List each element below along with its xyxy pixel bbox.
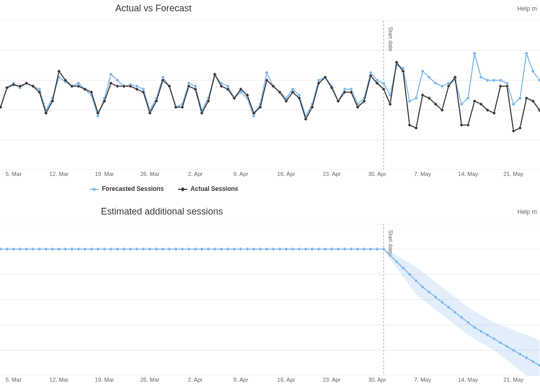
svg-point-170: [447, 306, 450, 309]
svg-point-125: [155, 247, 158, 251]
svg-point-88: [518, 97, 521, 100]
svg-point-153: [337, 247, 340, 251]
svg-point-184: [538, 364, 540, 367]
svg-point-145: [285, 247, 288, 251]
svg-point-83: [486, 79, 489, 82]
additional-sessions-chart[interactable]: Estimated additional sessions Help m Sta…: [0, 203, 540, 389]
svg-point-103: [12, 247, 15, 251]
svg-point-126: [161, 247, 164, 251]
svg-point-109: [51, 247, 54, 251]
svg-point-26: [116, 79, 119, 82]
svg-point-162: [395, 260, 398, 263]
svg-point-84: [493, 79, 496, 82]
svg-point-67: [382, 82, 385, 85]
svg-point-49: [265, 72, 268, 75]
svg-point-175: [479, 330, 482, 333]
svg-point-73: [421, 70, 424, 73]
svg-point-117: [103, 247, 106, 251]
legend-item[interactable]: Actual Sessions: [178, 185, 238, 192]
svg-point-89: [525, 52, 528, 55]
svg-point-148: [304, 247, 307, 251]
svg-point-131: [194, 247, 197, 251]
svg-point-90: [531, 70, 534, 73]
svg-point-87: [512, 102, 515, 105]
chart-title: Estimated additional sessions: [101, 206, 223, 217]
svg-point-171: [454, 311, 457, 314]
svg-point-174: [473, 326, 476, 329]
svg-point-172: [460, 316, 463, 319]
svg-point-106: [31, 247, 34, 251]
svg-point-105: [25, 247, 28, 251]
svg-point-123: [142, 247, 145, 251]
svg-text:Start date: Start date: [388, 230, 394, 255]
svg-point-149: [310, 247, 313, 251]
svg-point-140: [252, 247, 255, 251]
svg-point-113: [77, 247, 80, 251]
chart-plot-area[interactable]: Start date: [0, 224, 540, 376]
svg-point-144: [278, 247, 281, 251]
help-link[interactable]: Help m: [517, 5, 537, 12]
svg-point-169: [441, 300, 444, 304]
svg-point-167: [428, 291, 431, 294]
chart-legend[interactable]: Forecasted SessionsActual Sessions: [0, 185, 540, 192]
svg-point-81: [473, 52, 476, 55]
svg-point-151: [324, 247, 327, 251]
svg-point-80: [466, 97, 469, 100]
svg-point-164: [408, 273, 411, 276]
svg-point-108: [44, 247, 47, 251]
svg-point-157: [362, 247, 365, 251]
svg-point-142: [265, 247, 268, 251]
svg-point-91: [538, 79, 540, 82]
svg-point-137: [233, 247, 236, 251]
svg-point-71: [408, 100, 411, 103]
svg-point-154: [343, 247, 346, 251]
svg-point-150: [317, 247, 320, 251]
svg-point-143: [272, 247, 275, 251]
x-axis-labels: 5. Mar12. Mar19. Mar26. Mar2. Apr9. Apr1…: [0, 171, 540, 181]
svg-point-139: [246, 247, 249, 251]
svg-point-124: [148, 247, 151, 251]
svg-point-156: [356, 247, 359, 251]
svg-point-155: [350, 247, 353, 251]
svg-point-72: [414, 97, 417, 100]
svg-point-82: [479, 76, 482, 79]
svg-point-115: [90, 247, 93, 251]
actual-vs-forecast-chart[interactable]: Actual vs Forecast Help m Start date 5. …: [0, 0, 540, 201]
svg-point-122: [135, 247, 138, 251]
svg-point-116: [96, 247, 99, 251]
help-link[interactable]: Help m: [517, 208, 537, 216]
svg-point-181: [518, 352, 521, 355]
svg-point-168: [434, 296, 437, 299]
svg-point-158: [369, 247, 372, 251]
svg-point-120: [123, 247, 126, 251]
svg-point-159: [376, 247, 379, 251]
svg-point-141: [259, 247, 262, 251]
svg-point-147: [298, 247, 301, 251]
svg-point-129: [181, 247, 184, 251]
svg-point-146: [291, 247, 294, 251]
svg-point-111: [64, 247, 67, 251]
svg-point-177: [493, 337, 496, 341]
svg-point-104: [19, 247, 22, 251]
svg-point-110: [58, 247, 61, 251]
x-axis-labels: 5. Mar12. Mar19. Mar26. Mar2. Apr9. Apr1…: [0, 377, 540, 387]
svg-point-166: [421, 286, 424, 289]
chart-title: Actual vs Forecast: [115, 3, 191, 14]
svg-point-75: [434, 82, 437, 85]
svg-point-183: [531, 360, 534, 363]
chart-plot-area[interactable]: Start date: [0, 21, 540, 170]
svg-point-160: [382, 247, 385, 251]
svg-point-133: [207, 247, 210, 251]
svg-point-138: [239, 247, 242, 251]
svg-point-182: [525, 357, 528, 360]
svg-point-76: [441, 85, 444, 88]
svg-point-127: [168, 247, 171, 251]
svg-point-74: [428, 76, 431, 79]
svg-point-121: [129, 247, 132, 251]
svg-point-102: [6, 247, 9, 251]
legend-item[interactable]: Forecasted Sessions: [90, 185, 164, 192]
svg-point-165: [414, 279, 417, 282]
svg-point-161: [389, 254, 392, 257]
svg-point-85: [499, 79, 502, 82]
svg-point-118: [109, 247, 112, 251]
